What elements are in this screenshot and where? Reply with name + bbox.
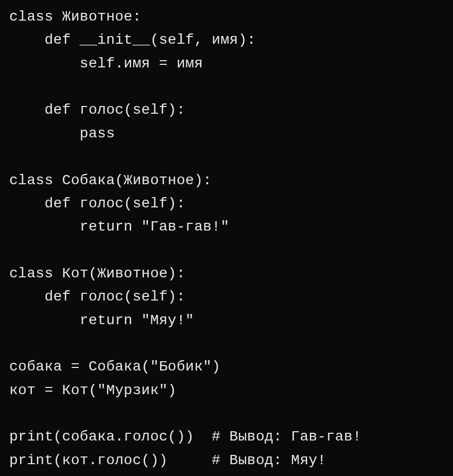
- code-line: class Собака(Животное):: [9, 172, 212, 188]
- code-line: pass: [9, 126, 115, 142]
- code-line: class Животное:: [9, 9, 142, 25]
- code-line: def голос(self):: [9, 289, 185, 305]
- code-line: def __init__(self, имя):: [9, 32, 256, 48]
- code-line: return "Гав-гав!": [9, 219, 230, 235]
- code-line: кот = Кот("Мурзик"): [9, 382, 177, 398]
- code-line: def голос(self):: [9, 102, 185, 118]
- code-line: print(собака.голос()) # Вывод: Гав-гав!: [9, 429, 361, 445]
- code-line: print(кот.голос()) # Вывод: Мяу!: [9, 452, 326, 468]
- code-editor[interactable]: class Животное: def __init__(self, имя):…: [0, 0, 453, 476]
- code-line: собака = Собака("Бобик"): [9, 359, 220, 375]
- code-line: def голос(self):: [9, 196, 185, 211]
- code-line: class Кот(Животное):: [9, 266, 185, 281]
- code-line: return "Мяу!": [9, 312, 194, 328]
- code-line: self.имя = имя: [9, 56, 203, 72]
